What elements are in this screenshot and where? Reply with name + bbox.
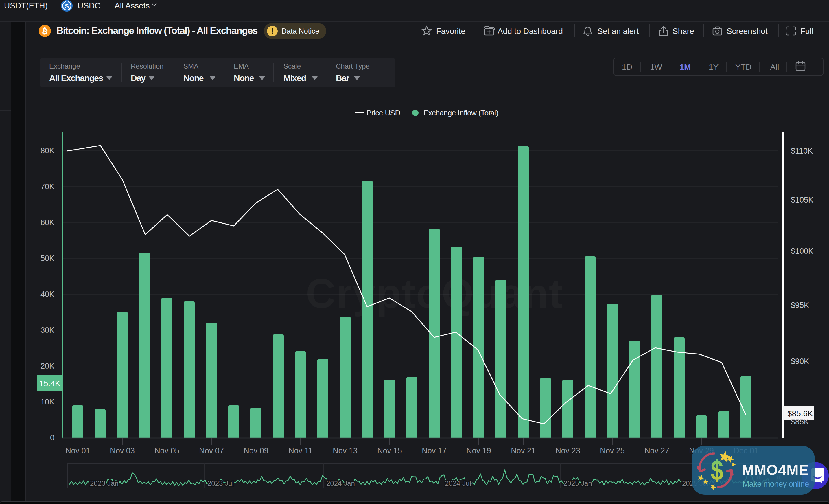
svg-text:2024 Jan: 2024 Jan	[326, 479, 355, 487]
svg-text:Nov 17: Nov 17	[422, 446, 446, 455]
svg-text:Nov 15: Nov 15	[377, 446, 402, 455]
svg-text:Make money online: Make money online	[743, 479, 809, 489]
svg-text:Nov 25: Nov 25	[600, 446, 625, 455]
svg-text:0: 0	[50, 433, 55, 442]
svg-text:$85K: $85K	[791, 418, 809, 426]
svg-text:Nov 01: Nov 01	[65, 446, 90, 455]
svg-text:Nov 21: Nov 21	[511, 446, 536, 455]
svg-text:60K: 60K	[40, 218, 55, 227]
svg-text:40K: 40K	[40, 290, 55, 298]
svg-text:Nov 11: Nov 11	[288, 446, 313, 455]
svg-text:$100K: $100K	[791, 247, 814, 255]
svg-text:70K: 70K	[40, 182, 55, 191]
svg-text:Nov 09: Nov 09	[244, 446, 268, 455]
svg-text:30K: 30K	[40, 326, 55, 334]
svg-text:$90K: $90K	[791, 357, 809, 366]
svg-text:2023 Jan: 2023 Jan	[90, 479, 118, 487]
svg-text:2025 Jan: 2025 Jan	[564, 479, 592, 487]
svg-text:$105K: $105K	[791, 195, 814, 204]
svg-text:Nov 27: Nov 27	[644, 446, 669, 455]
svg-text:15.4K: 15.4K	[39, 379, 60, 388]
svg-text:$95K: $95K	[791, 301, 809, 310]
svg-text:$85.6K: $85.6K	[787, 409, 813, 418]
svg-text:Nov 05: Nov 05	[154, 446, 179, 455]
svg-text:Nov 07: Nov 07	[199, 446, 224, 455]
svg-text:$110K: $110K	[791, 147, 813, 155]
svg-text:50K: 50K	[40, 254, 55, 263]
svg-text:MMO4ME: MMO4ME	[742, 462, 809, 478]
svg-text:Nov 03: Nov 03	[110, 446, 135, 455]
svg-text:10K: 10K	[40, 398, 55, 406]
svg-text:Nov 19: Nov 19	[466, 446, 491, 455]
svg-text:2023 Jul: 2023 Jul	[207, 479, 234, 487]
svg-text:2024 Jul: 2024 Jul	[445, 479, 471, 487]
svg-text:Nov 23: Nov 23	[555, 446, 580, 455]
svg-text:80K: 80K	[40, 146, 55, 155]
svg-text:Nov 13: Nov 13	[333, 446, 358, 455]
svg-text:20K: 20K	[40, 362, 55, 370]
